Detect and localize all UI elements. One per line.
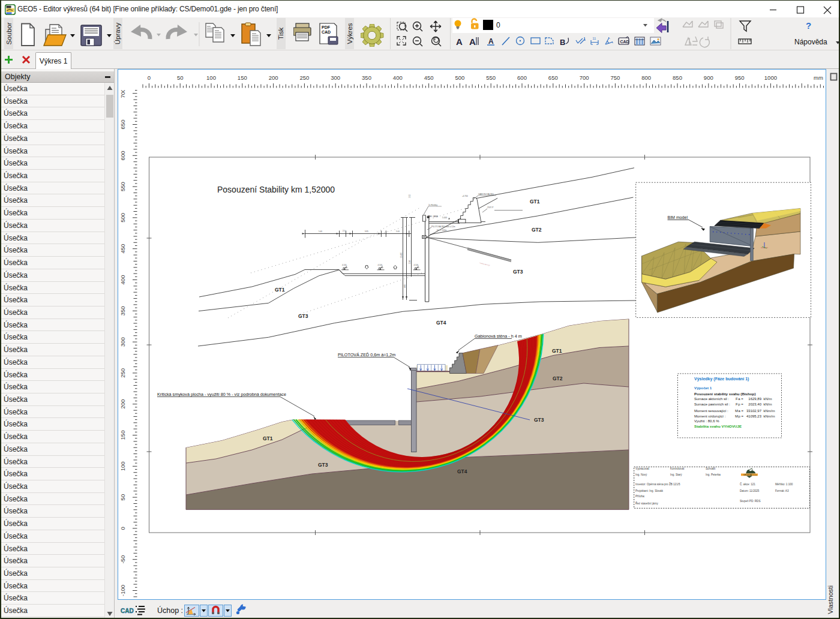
svg-text:2x Hrebiky: 2x Hrebiky [428,204,437,206]
svg-text:Vypracoval:: Vypracoval: [635,467,650,470]
svg-text:4.100: 4.100 [342,264,347,266]
svg-text:0: 0 [148,74,151,81]
svg-text:GT1: GT1 [263,435,273,441]
svg-text:0: 0 [119,527,126,530]
svg-text:GT3: GT3 [298,313,308,319]
svg-text:400: 400 [393,74,403,81]
svg-text:CAD: CAD [121,608,134,614]
svg-text:Výsledky (Fáze budování 1): Výsledky (Fáze budování 1) [694,377,749,381]
svg-text:Úchop :: Úchop : [157,606,183,615]
svg-text:650: 650 [548,74,558,81]
svg-text:Sumace aktivních sil :: Sumace aktivních sil : [694,397,729,401]
svg-text:41095,23: 41095,23 [746,414,762,418]
svg-text:950: 950 [735,74,745,81]
svg-text:150: 150 [238,74,247,81]
svg-text:Využití : 80,6 %: Využití : 80,6 % [694,419,719,423]
svg-text:GT4: GT4 [457,468,467,474]
svg-text:2023,40: 2023,40 [748,402,761,406]
svg-text:PILOTOVA ZED 06m a 12m: PILOTOVA ZED 06m a 12m [431,226,455,228]
svg-text:kN/m: kN/m [764,402,772,406]
svg-text:900: 900 [704,74,713,81]
svg-text:700: 700 [119,89,126,98]
svg-text:750: 750 [610,74,620,81]
svg-text:200: 200 [269,74,278,81]
svg-text:GT2: GT2 [553,375,563,381]
svg-text:GT3: GT3 [318,462,328,468]
svg-text:150: 150 [119,431,126,440]
svg-text:GT2: GT2 [532,227,542,233]
svg-text:PILOTOVÁ ZEĎ 0,6m á=1,2m: PILOTOVÁ ZEĎ 0,6m á=1,2m [338,352,395,357]
svg-text:Schválil:: Schválil: [706,467,716,470]
svg-text:kNm/m: kNm/m [764,414,775,418]
svg-text:100: 100 [206,74,216,81]
svg-text:Příloha:: Příloha: [635,495,645,498]
svg-text:DL. 1 100m: DL. 1 100m [437,229,447,232]
svg-text:Řez stavební jámy: Řez stavební jámy [635,501,658,505]
svg-text:BIM model: BIM model [668,215,688,220]
svg-text:-50: -50 [119,555,126,564]
svg-text:kN/m: kN/m [764,397,772,401]
svg-text:+4.700: +4.700 [462,195,468,197]
svg-text:5.000: 5.000 [442,217,447,219]
svg-text:Posouzení stability svahu (Bis: Posouzení stability svahu (Bishop) [694,392,755,396]
svg-text:Sumace pasivních sil :: Sumace pasivních sil : [694,402,730,406]
svg-text:kNm/m: kNm/m [764,409,775,413]
svg-text:F a =: F a = [736,397,743,401]
svg-text:GT1: GT1 [275,287,285,293]
svg-text:800: 800 [641,74,651,81]
svg-text:Moment sesouvající :: Moment sesouvající : [694,409,728,413]
svg-text:4.100: 4.100 [414,264,419,266]
svg-text:Formát: A3: Formát: A3 [775,489,789,492]
svg-text:1000: 1000 [764,74,777,81]
svg-text:Č. akce: 121: Č. akce: 121 [740,482,755,486]
svg-text:350: 350 [119,306,126,315]
svg-text:GT4: GT4 [436,320,446,326]
svg-text:4.100: 4.100 [378,264,383,266]
svg-text:4.00: 4.00 [404,284,406,288]
svg-text:Ing. Starý: Ing. Starý [670,473,682,476]
svg-text:350: 350 [362,74,371,81]
svg-text:Moment vzdorující :: Moment vzdorující : [694,414,726,418]
svg-text:GT1: GT1 [552,348,562,354]
svg-text:Projektant: Ing. Slovák: Projektant: Ing. Slovák [635,489,664,492]
svg-text:GT3: GT3 [513,269,523,275]
svg-text:Kritická smyková plocha - využ: Kritická smyková plocha - využití 80 % -… [157,392,286,397]
svg-text:-100: -100 [119,585,126,596]
svg-text:200: 200 [119,399,126,409]
svg-text:Investor: Opěrná stěna pro ŽB: Investor: Opěrná stěna pro ŽB 121/5 [635,482,680,486]
svg-text:Datum: 11/2025: Datum: 11/2025 [740,489,760,492]
svg-text:600: 600 [119,151,126,160]
svg-text:33102,97: 33102,97 [746,409,762,413]
svg-text:Stupeň PD: RDS: Stupeň PD: RDS [740,500,760,503]
svg-text:Kontroloval:: Kontroloval: [670,467,685,470]
svg-text:13.425: 13.425 [400,252,403,258]
svg-text:1629,89: 1629,89 [748,397,761,401]
svg-text:450: 450 [424,74,434,81]
svg-text:300: 300 [331,74,340,81]
svg-text:Stabilita svahu VYHOVUJE: Stabilita svahu VYHOVUJE [694,424,742,428]
svg-text:250: 250 [119,368,126,378]
svg-text:GEOSTAV s.r.o.: GEOSTAV s.r.o. [743,474,757,476]
svg-text:600: 600 [517,74,527,81]
svg-text:550: 550 [486,74,496,81]
svg-text:2537-P: 2537-P [487,206,493,209]
svg-text:Výpočet 1: Výpočet 1 [694,386,712,390]
svg-text:500: 500 [455,74,464,81]
svg-text:F p =: F p = [736,402,743,406]
svg-text:GT3: GT3 [534,417,544,423]
svg-text:700: 700 [580,74,589,81]
svg-text:mm: mm [814,74,823,81]
svg-text:250: 250 [299,74,309,81]
svg-text:5.34: 5.34 [409,260,411,264]
svg-text:5.40: 5.40 [319,230,322,233]
svg-text:450: 450 [119,244,126,254]
svg-text:Gabionová stěna - h 4 m: Gabionová stěna - h 4 m [475,333,522,339]
svg-text:850: 850 [673,74,682,81]
svg-text:300: 300 [119,337,126,347]
svg-text:Posouzení Stability km 1,52000: Posouzení Stability km 1,52000 [217,185,335,194]
svg-text:2.55: 2.55 [409,194,411,198]
svg-text:400: 400 [119,275,126,285]
svg-text:Měřítko: 1:100: Měřítko: 1:100 [775,483,793,486]
svg-text:9.85: 9.85 [365,230,368,233]
svg-text:5.00: 5.00 [396,230,400,233]
